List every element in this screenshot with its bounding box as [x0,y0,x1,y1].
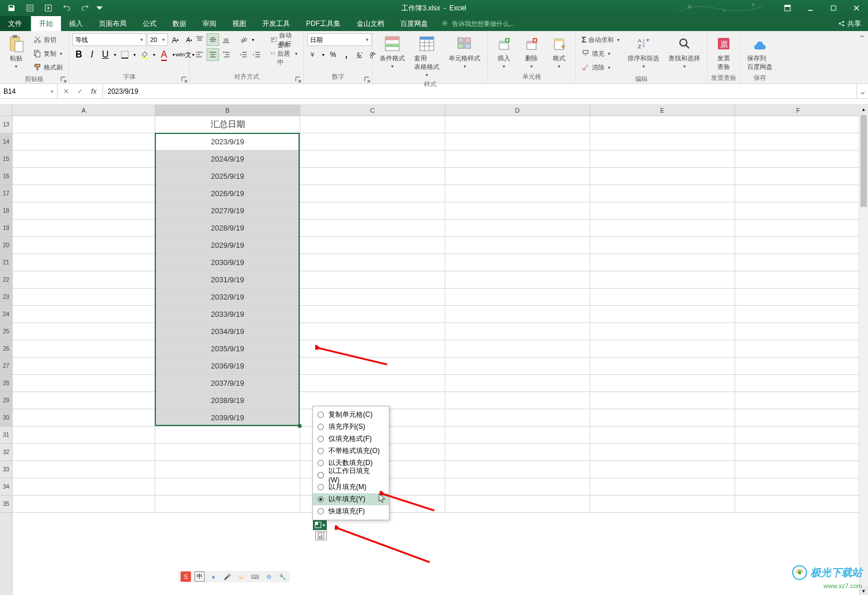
cell-F32[interactable] [735,444,862,461]
cell-B15[interactable]: 2024/9/19 [155,151,300,168]
cell-D29[interactable] [445,392,590,409]
fill-color-button[interactable] [138,48,151,61]
cell-B17[interactable]: 2026/9/19 [155,185,300,202]
col-header-A[interactable]: A [13,105,155,116]
cell-F14[interactable] [735,133,862,151]
cell-B34[interactable] [155,478,300,496]
row-header-18[interactable]: 18 [0,202,12,220]
cell-B28[interactable]: 2037/9/19 [155,375,300,392]
cell-D22[interactable] [445,271,590,289]
border-button[interactable] [118,48,131,61]
cell-D32[interactable] [445,444,590,461]
cell-C28[interactable] [300,375,445,392]
autofill-options-button[interactable]: ▾ [313,520,327,530]
number-format-dropdown[interactable]: 日期▾ [307,33,372,46]
autofill-option-7[interactable]: 以年填充(Y) [313,493,389,505]
maximize-icon[interactable] [822,0,845,16]
cell-A29[interactable] [13,392,155,409]
cell-A20[interactable] [13,237,155,254]
cell-F15[interactable] [735,151,862,168]
redo-icon[interactable] [77,1,93,15]
ime-keyboard-icon[interactable]: ⌨ [250,571,260,582]
cell-E32[interactable] [590,444,735,461]
cell-A27[interactable] [13,358,155,375]
cell-A23[interactable] [13,289,155,306]
cell-E28[interactable] [590,375,735,392]
cell-E35[interactable] [590,496,735,513]
row-header-26[interactable]: 26 [0,340,12,358]
tell-me-search[interactable]: 告诉我您想要做什么... [436,16,514,31]
cell-E14[interactable] [590,133,735,151]
row-header-25[interactable]: 25 [0,323,12,340]
cell-D34[interactable] [445,478,590,496]
row-header-13[interactable]: 13 [0,116,12,133]
cell-E23[interactable] [590,289,735,306]
clear-button[interactable]: 清除▾ [579,61,622,74]
ime-lang-icon[interactable]: 中 [194,571,205,582]
cell-C21[interactable] [300,254,445,271]
row-header-32[interactable]: 32 [0,444,12,461]
cell-E31[interactable] [590,427,735,444]
cell-C18[interactable] [300,202,445,220]
cell-A15[interactable] [13,151,155,168]
cell-C13[interactable] [300,116,445,133]
cell-E20[interactable] [590,237,735,254]
row-header-16[interactable]: 16 [0,168,12,185]
format-as-table-button[interactable]: 套用 表格格式▾ [411,33,443,79]
cell-A28[interactable] [13,375,155,392]
ime-input-method-icon[interactable]: S [181,571,191,582]
underline-button[interactable]: U [99,48,112,61]
cell-B20[interactable]: 2029/9/19 [155,237,300,254]
align-bottom-icon[interactable] [220,33,232,46]
accept-formula-icon[interactable]: ✓ [74,85,86,98]
fill-button[interactable]: 填充▾ [579,47,622,60]
col-header-F[interactable]: F [735,105,862,116]
save-icon[interactable] [3,1,20,15]
ime-emoji-icon[interactable]: ☺ [236,571,246,582]
increase-indent-icon[interactable] [250,48,263,61]
cell-E22[interactable] [590,271,735,289]
cell-A16[interactable] [13,168,155,185]
save-baidu-button[interactable]: 保存到 百度网盘 [744,33,776,72]
cell-A26[interactable] [13,340,155,358]
cell-E33[interactable] [590,461,735,478]
row-header-20[interactable]: 20 [0,237,12,254]
row-header-22[interactable]: 22 [0,271,12,289]
autofill-option-5[interactable]: 以工作日填充(W) [313,469,389,481]
namebox-dropdown-icon[interactable]: ▾ [51,89,53,94]
percent-icon[interactable]: % [327,48,339,61]
cell-B21[interactable]: 2030/9/19 [155,254,300,271]
underline-dropdown[interactable]: ▾ [112,48,118,61]
ime-punct-icon[interactable]: ● [208,571,219,582]
undo-icon[interactable] [59,1,75,15]
cell-F34[interactable] [735,478,862,496]
cell-A31[interactable] [13,427,155,444]
cell-B30[interactable]: 2039/9/19 [155,409,300,427]
fill-handle[interactable] [298,424,301,428]
cell-D26[interactable] [445,340,590,358]
cell-B31[interactable] [155,427,300,444]
close-icon[interactable] [845,0,868,16]
cell-A33[interactable] [13,461,155,478]
clipboard-dialog-launcher[interactable] [60,75,67,82]
font-size-dropdown[interactable]: 20▾ [147,33,168,46]
row-header-15[interactable]: 15 [0,151,12,168]
name-box[interactable]: B14 ▾ [0,84,58,98]
cell-F33[interactable] [735,461,862,478]
cell-D30[interactable] [445,409,590,427]
cell-D23[interactable] [445,289,590,306]
cell-A22[interactable] [13,271,155,289]
cell-C25[interactable] [300,323,445,340]
delete-cells-button[interactable]: 删除▾ [519,33,544,70]
cell-A19[interactable] [13,220,155,237]
invoice-check-button[interactable]: 票 发票 查验 [711,33,736,72]
cell-E24[interactable] [590,306,735,323]
align-top-icon[interactable] [193,33,206,46]
autofill-option-0[interactable]: 复制单元格(C) [313,409,389,421]
cell-B29[interactable]: 2038/9/19 [155,392,300,409]
tab-pdf[interactable]: PDF工具集 [298,16,349,31]
row-header-29[interactable]: 29 [0,392,12,409]
row-header-14[interactable]: 14 [0,133,12,151]
cell-A13[interactable] [13,116,155,133]
phonetic-button[interactable]: wén文 [177,48,190,61]
